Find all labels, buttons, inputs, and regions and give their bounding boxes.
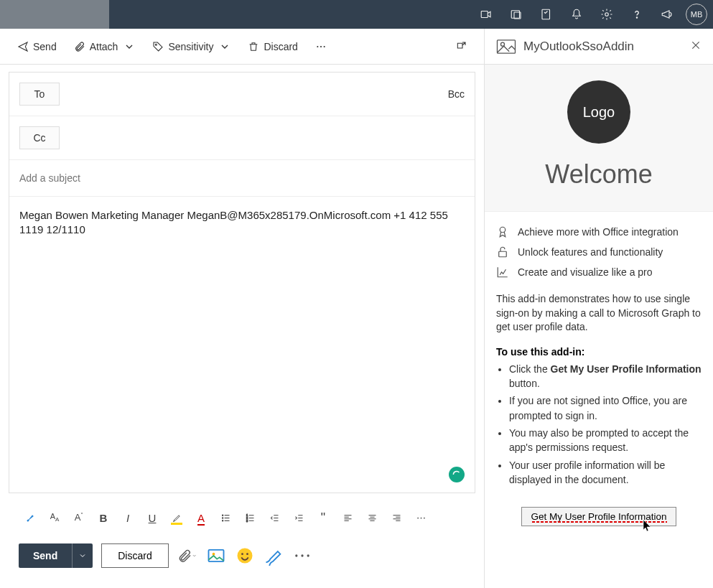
svg-point-11 — [222, 517, 223, 518]
bullet-list-button[interactable] — [214, 506, 237, 529]
highlight-button[interactable] — [165, 506, 188, 529]
message-body[interactable]: Megan Bowen Marketing Manager MeganB@M36… — [19, 208, 465, 238]
instruction-item: If you are not signed into Office, you a… — [509, 393, 702, 423]
bcc-link[interactable]: Bcc — [448, 88, 465, 100]
to-button[interactable]: To — [19, 83, 60, 106]
emoji-icon — [235, 546, 255, 566]
indent-icon — [294, 513, 304, 523]
popout-button[interactable] — [448, 37, 474, 57]
to-input[interactable] — [67, 88, 441, 100]
font-color-button[interactable]: A — [190, 506, 213, 529]
format-painter-button[interactable] — [19, 506, 42, 529]
instruction-item: Your user profile information will be di… — [509, 458, 702, 487]
bold-button[interactable]: B — [92, 506, 115, 529]
svg-point-12 — [222, 520, 223, 521]
help-icon[interactable] — [623, 0, 651, 29]
bullet-list-icon — [220, 513, 231, 523]
highlight-icon — [172, 513, 182, 523]
attach-dropdown[interactable] — [177, 546, 197, 566]
feature-2: Unlock features and functionality — [518, 246, 663, 258]
send-label: Send — [33, 41, 57, 52]
sync-status-icon — [449, 467, 465, 482]
outdent-button[interactable] — [263, 506, 286, 529]
brush-icon — [25, 513, 36, 523]
tasks-icon[interactable] — [532, 0, 561, 29]
cc-button[interactable]: Cc — [19, 126, 60, 149]
insert-picture-button[interactable] — [206, 546, 226, 566]
svg-point-22 — [241, 553, 243, 555]
instructions-heading: To use this add-in: — [485, 340, 713, 360]
chevron-down-icon — [219, 41, 230, 52]
format-overflow-button[interactable] — [409, 506, 432, 529]
underline-button[interactable]: U — [141, 506, 164, 529]
svg-point-4 — [605, 13, 609, 17]
calendar-icon[interactable] — [502, 0, 531, 29]
to-row: To Bcc — [9, 73, 475, 116]
svg-text:3: 3 — [246, 519, 247, 522]
discard-button[interactable]: Discard — [241, 37, 304, 57]
chevron-down-icon — [192, 552, 197, 559]
svg-point-23 — [246, 553, 248, 555]
discard-button-bottom[interactable]: Discard — [101, 543, 168, 568]
paperclip-icon — [177, 549, 192, 564]
svg-point-17 — [420, 517, 421, 518]
font-increase-button[interactable]: AA — [43, 506, 66, 529]
align-center-button[interactable] — [360, 506, 383, 529]
trash-icon — [248, 41, 259, 52]
chevron-down-icon — [124, 41, 135, 52]
svg-point-25 — [301, 554, 303, 556]
cc-input[interactable] — [67, 132, 457, 144]
settings-icon[interactable] — [592, 0, 621, 29]
meet-now-icon[interactable] — [472, 0, 500, 29]
svg-rect-3 — [542, 9, 550, 19]
addin-panel: MyOutlookSsoAddin Logo Welcome Achieve m… — [485, 29, 713, 588]
image-icon — [206, 546, 226, 566]
font-decrease-button[interactable]: A˅ — [67, 506, 90, 529]
svg-point-18 — [424, 517, 425, 518]
popout-icon — [455, 41, 467, 52]
italic-button[interactable]: I — [116, 506, 139, 529]
paperclip-icon — [74, 41, 85, 52]
insert-emoji-button[interactable] — [235, 546, 255, 566]
svg-point-10 — [222, 515, 223, 515]
align-left-button[interactable] — [336, 506, 359, 529]
ellipsis-icon — [292, 546, 312, 566]
align-right-button[interactable] — [385, 506, 408, 529]
notifications-icon[interactable] — [562, 0, 591, 29]
instruction-item: Click the Get My User Profile Informatio… — [509, 362, 702, 391]
svg-point-29 — [500, 227, 505, 233]
cc-row: Cc — [9, 116, 475, 160]
insert-signature-button[interactable] — [264, 546, 284, 566]
ellipsis-icon — [315, 41, 327, 52]
svg-point-21 — [237, 549, 252, 564]
chevron-down-icon — [78, 551, 87, 560]
instruction-item: You may also be prompted to accept the a… — [509, 426, 702, 455]
welcome-heading: Welcome — [492, 159, 706, 190]
send-button[interactable]: Send — [10, 37, 64, 57]
send-primary[interactable]: Send — [19, 543, 72, 568]
svg-point-24 — [295, 554, 297, 556]
svg-rect-19 — [208, 550, 223, 561]
align-left-icon — [342, 513, 353, 523]
addin-title: MyOutlookSsoAddin — [523, 39, 683, 54]
title-bar-left-placeholder — [0, 0, 109, 29]
quote-button[interactable]: " — [312, 506, 335, 529]
close-button[interactable] — [690, 39, 702, 54]
get-profile-button[interactable]: Get My User Profile Information — [521, 507, 676, 526]
number-list-icon: 123 — [245, 513, 256, 523]
attach-button[interactable]: Attach — [67, 37, 143, 57]
tag-icon — [152, 41, 164, 52]
svg-point-9 — [324, 45, 325, 47]
megaphone-icon[interactable] — [653, 0, 681, 29]
sensitivity-button[interactable]: Sensitivity — [145, 37, 238, 57]
svg-point-8 — [320, 45, 322, 47]
subject-input[interactable] — [19, 172, 465, 184]
indent-button[interactable] — [287, 506, 310, 529]
cursor-icon — [643, 519, 653, 532]
overflow-button[interactable] — [308, 37, 334, 57]
number-list-button[interactable]: 123 — [238, 506, 261, 529]
send-options-dropdown[interactable] — [72, 543, 93, 568]
send-split-button[interactable]: Send — [19, 543, 93, 568]
user-avatar[interactable]: MB — [686, 4, 707, 25]
action-overflow-button[interactable] — [292, 546, 312, 566]
